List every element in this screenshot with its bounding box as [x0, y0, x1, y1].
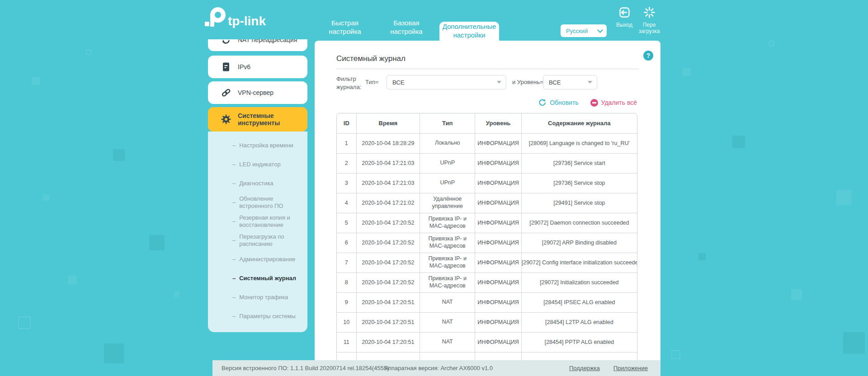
table-cell: 2020-10-04 17:20:51: [356, 332, 420, 352]
bg-square: [671, 350, 680, 359]
document-icon: [221, 61, 231, 72]
table-cell: UPnP: [420, 153, 475, 173]
submenu-dash: –: [232, 237, 236, 244]
column-header-type: Тип: [420, 113, 475, 133]
logout-button[interactable]: Выход: [611, 6, 637, 28]
submenu-item[interactable]: –Диагностика: [208, 174, 307, 193]
table-cell: 4: [337, 193, 356, 213]
title-divider: [336, 69, 639, 69]
reboot-button[interactable]: Пере загрузка: [636, 6, 663, 35]
table-row: 12020-10-04 18:28:29ЛокальноИНФОРМАЦИЯ[2…: [337, 133, 637, 153]
bg-square: [732, 136, 745, 148]
table-row: 72020-10-04 17:20:52Привязка IP- и MAC-а…: [337, 253, 637, 273]
logout-label: Выход: [611, 22, 637, 28]
submenu-dash: –: [232, 256, 236, 263]
table-cell: Привязка IP- и MAC-адресов: [420, 253, 475, 273]
table-cell: 11: [337, 332, 356, 352]
table-cell: Привязка IP- и MAC-адресов: [420, 233, 475, 253]
submenu-item[interactable]: –LED индикатор: [208, 155, 307, 174]
sidebar-item-nat-forwarding[interactable]: NAT переадресация: [208, 39, 307, 51]
bg-square: [68, 276, 77, 285]
table-cell: ИНФОРМАЦИЯ: [475, 193, 521, 213]
submenu-dash: –: [232, 218, 236, 225]
submenu-item[interactable]: –Резервная копия и восстановление: [208, 212, 307, 231]
bg-square: [149, 235, 165, 250]
table-cell: Привязка IP- и MAC-адресов: [420, 213, 475, 233]
table-row: 92020-10-04 17:20:51NATИНФОРМАЦИЯ[28454]…: [337, 292, 637, 312]
sidebar-item-vpn-server[interactable]: VPN-сервер: [208, 81, 307, 104]
refresh-icon: [538, 99, 547, 107]
submenu-dash: –: [232, 199, 236, 206]
tab-label: Быстрая настройка: [329, 19, 361, 35]
type-filter-select[interactable]: ВСЕ: [387, 75, 506, 89]
table-row: 102020-10-04 17:20:51NATИНФОРМАЦИЯ[28454…: [337, 312, 637, 332]
type-filter-value: ВСЕ: [392, 79, 497, 86]
submenu-item-label: Резервная копия и восстановление: [239, 214, 298, 228]
bg-square: [113, 149, 125, 161]
table-cell: 7: [337, 253, 356, 273]
tab-quick-setup[interactable]: Быстрая настройка: [317, 19, 373, 36]
router-admin-page: tp-link Быстрая настройка Базовая настро…: [0, 0, 868, 376]
level-filter-select[interactable]: ВСЕ: [543, 75, 597, 89]
table-cell: [28069] Language is changed to 'ru_RU': [521, 133, 637, 153]
level-filter-value: ВСЕ: [549, 79, 588, 86]
sidebar-item-system-tools[interactable]: Системные инструменты: [208, 107, 307, 132]
submenu-item[interactable]: –Настройка времени: [208, 136, 307, 155]
submenu-item-label: Настройка времени: [239, 142, 298, 149]
submenu-item[interactable]: –Администрирование: [208, 250, 307, 269]
table-cell: ИНФОРМАЦИЯ: [475, 233, 521, 253]
column-header-time: Время: [356, 113, 420, 133]
table-row: 112020-10-04 17:20:51NATИНФОРМАЦИЯ[28454…: [337, 332, 637, 352]
table-cell: ИНФОРМАЦИЯ: [475, 133, 521, 153]
footer-links: Поддержка Приложение: [569, 365, 648, 371]
table-cell: [29072] ARP Binding disabled: [521, 233, 637, 253]
language-select[interactable]: Русский: [561, 24, 607, 37]
table-cell: 8: [337, 273, 356, 292]
tab-basic[interactable]: Базовая настройка: [378, 19, 434, 36]
support-link[interactable]: Поддержка: [569, 365, 600, 371]
delete-all-button[interactable]: Удалить всё: [590, 99, 637, 107]
refresh-button[interactable]: Обновить: [538, 99, 578, 107]
table-cell: 2020-10-04 17:20:52: [356, 253, 420, 273]
submenu-item-label: Диагностика: [239, 180, 298, 187]
table-cell: ИНФОРМАЦИЯ: [475, 292, 521, 312]
submenu-item-label: Администрирование: [239, 256, 298, 263]
column-header-level: Уровень: [475, 113, 521, 133]
table-body: 12020-10-04 18:28:29ЛокальноИНФОРМАЦИЯ[2…: [337, 133, 637, 372]
table-cell: NAT: [420, 312, 475, 332]
table-row: 52020-10-04 17:20:52Привязка IP- и MAC-а…: [337, 213, 637, 233]
bg-square: [769, 41, 774, 46]
system-log-table: ID Время Тип Уровень Содержание журнала …: [336, 113, 637, 373]
bg-square: [174, 291, 179, 297]
logout-icon: [618, 6, 631, 19]
submenu-item[interactable]: –Параметры системы: [208, 307, 307, 326]
submenu-item[interactable]: –Обновление встроенного ПО: [208, 193, 307, 212]
table-cell: [29736] Service stop: [521, 173, 637, 193]
chevron-down-icon: [597, 27, 603, 33]
table-cell: UPnP: [420, 173, 475, 193]
table-cell: 2020-10-04 17:21:03: [356, 173, 420, 193]
submenu-item-label: Перезагрузка по расписанию: [239, 233, 298, 247]
help-icon[interactable]: ?: [643, 51, 653, 61]
minus-circle-icon: [590, 99, 598, 107]
bg-square: [791, 289, 802, 300]
table-cell: 1: [337, 133, 356, 153]
submenu-item-label: Параметры системы: [239, 313, 298, 320]
bg-square: [683, 68, 691, 76]
submenu-item-label: Монитор трафика: [239, 294, 298, 301]
table-cell: Привязка IP- и MAC-адресов: [420, 273, 475, 292]
table-cell: 10: [337, 312, 356, 332]
submenu-item[interactable]: –Перезагрузка по расписанию: [208, 231, 307, 250]
submenu-item[interactable]: –Системный журнал: [208, 269, 307, 288]
bg-square: [104, 343, 124, 363]
bg-square: [698, 253, 706, 260]
table-cell: ИНФОРМАЦИЯ: [475, 312, 521, 332]
table-cell: [29736] Service start: [521, 153, 637, 173]
app-link[interactable]: Приложение: [613, 365, 648, 371]
submenu-item[interactable]: –Монитор трафика: [208, 288, 307, 307]
sidebar-item-ipv6[interactable]: IPv6: [208, 56, 307, 78]
tab-advanced[interactable]: Дополнительные настройки: [439, 22, 499, 41]
table-cell: [28454] PPTP ALG enabled: [521, 332, 637, 352]
table-cell: 2020-10-04 17:20:52: [356, 213, 420, 233]
firmware-version: Версия встроенного ПО: 1.1.1 Build 20200…: [222, 365, 389, 371]
